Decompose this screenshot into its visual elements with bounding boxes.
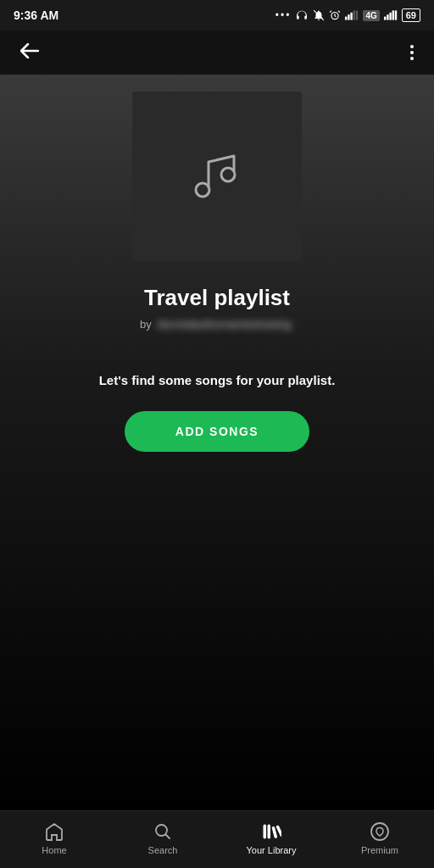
- svg-rect-4: [351, 13, 353, 20]
- alarm-icon: [329, 9, 341, 21]
- signal-icon: [345, 10, 359, 20]
- home-label: Home: [42, 845, 66, 855]
- svg-rect-11: [395, 10, 397, 19]
- add-songs-button[interactable]: ADD SONGS: [125, 411, 309, 452]
- home-icon: [44, 821, 64, 842]
- svg-rect-7: [384, 17, 386, 20]
- svg-rect-15: [264, 825, 266, 838]
- playlist-title: Travel playlist: [144, 285, 290, 311]
- search-label: Search: [148, 845, 178, 855]
- signal2-icon: [384, 10, 398, 20]
- svg-rect-5: [353, 10, 355, 19]
- main-content: Travel playlist by blurredauthornameshow…: [0, 75, 434, 810]
- music-note-icon: [183, 141, 251, 212]
- svg-rect-3: [348, 14, 350, 19]
- bottom-nav: Home Search Your Library: [0, 810, 434, 868]
- network-badge: 4G: [363, 10, 379, 21]
- bell-icon: [313, 9, 325, 21]
- status-bar: 9:36 AM ••• 4G: [0, 0, 434, 31]
- battery-icon: 69: [402, 8, 420, 22]
- nav-item-home[interactable]: Home: [0, 821, 108, 855]
- by-label: by: [140, 318, 152, 331]
- svg-point-12: [196, 183, 209, 197]
- premium-label: Premium: [361, 845, 398, 855]
- svg-rect-9: [389, 13, 391, 20]
- more-options-button[interactable]: [403, 42, 420, 64]
- premium-icon: [370, 821, 390, 842]
- top-nav: [0, 31, 434, 75]
- album-art: [132, 92, 302, 261]
- svg-rect-2: [345, 17, 347, 20]
- playlist-author-line: by blurredauthornameshowing: [140, 318, 294, 331]
- nav-item-library[interactable]: Your Library: [217, 821, 326, 855]
- headphone-icon: [295, 9, 309, 21]
- nav-item-search[interactable]: Search: [108, 821, 217, 855]
- svg-point-13: [221, 168, 235, 181]
- svg-rect-16: [268, 825, 270, 838]
- svg-rect-8: [387, 14, 388, 19]
- back-button[interactable]: [14, 38, 46, 67]
- cta-text: Let's find some songs for your playlist.: [99, 373, 336, 387]
- playlist-author-name: blurredauthornameshowing: [154, 318, 294, 331]
- status-icons: ••• 4G: [275, 8, 420, 22]
- svg-rect-17: [272, 826, 277, 837]
- signal-dots: •••: [275, 9, 292, 21]
- svg-rect-6: [356, 10, 358, 19]
- status-time: 9:36 AM: [14, 8, 58, 22]
- more-dots-icon: [410, 45, 414, 60]
- svg-point-19: [371, 823, 388, 840]
- nav-item-premium[interactable]: Premium: [326, 821, 434, 855]
- svg-rect-18: [276, 825, 281, 836]
- svg-rect-10: [392, 10, 393, 19]
- search-icon: [153, 821, 173, 842]
- library-icon: [261, 821, 281, 842]
- library-label: Your Library: [247, 845, 297, 855]
